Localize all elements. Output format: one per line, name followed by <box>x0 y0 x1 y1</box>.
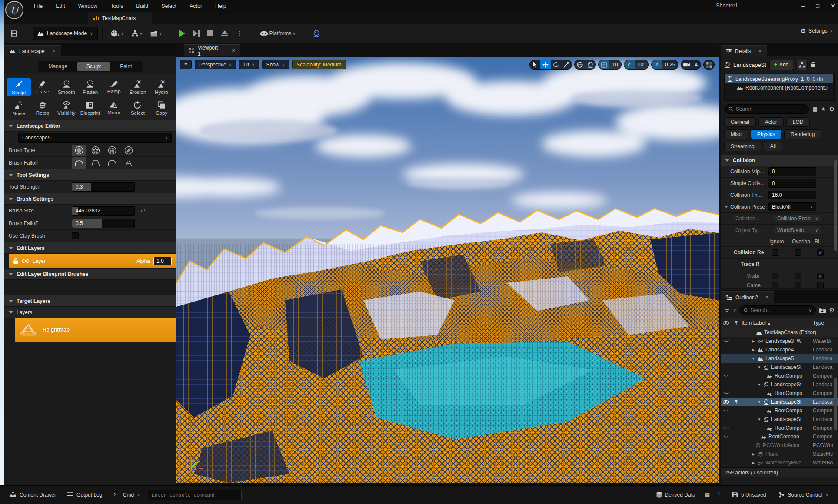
outliner-scrollbar[interactable] <box>834 378 837 430</box>
unsaved-button[interactable]: 5 Unsaved <box>728 489 769 501</box>
camera-speed-value[interactable]: 4 <box>692 62 701 68</box>
landscape-panel-tab[interactable]: Landscape ✕ <box>4 45 61 56</box>
section-layers[interactable]: Layers <box>4 307 176 318</box>
filter-icon[interactable] <box>724 308 730 313</box>
add-actor-button[interactable]: +∨ <box>111 29 124 38</box>
close-button[interactable]: ✕ <box>831 3 835 9</box>
menu-tools[interactable]: Tools <box>110 3 123 9</box>
close-icon[interactable]: ✕ <box>52 48 56 54</box>
block-checkbox[interactable]: ✓ <box>817 249 824 256</box>
viewport-options-menu[interactable]: ≡ <box>180 60 192 69</box>
pin-column-icon[interactable] <box>731 320 742 325</box>
outliner-row[interactable]: PCGWorldActor PCGWor <box>721 441 838 450</box>
rotation-snap-value[interactable]: 10° <box>635 62 648 68</box>
tool-blueprint[interactable]: Blueprint <box>78 99 102 117</box>
section-brush-settings[interactable]: Brush Settings <box>4 193 176 205</box>
scale-tool-icon[interactable] <box>561 60 572 70</box>
collision-enabled-dropdown[interactable]: Collision Enabl∨ <box>774 214 821 223</box>
menu-build[interactable]: Build <box>136 3 148 9</box>
falloff-linear[interactable] <box>88 157 103 169</box>
tool-flatten[interactable]: Flatten <box>78 78 102 96</box>
outliner-row[interactable]: ▶Landscape4 Landsca <box>721 345 838 354</box>
filter-all[interactable]: All <box>764 142 782 151</box>
heightmap-layer-row[interactable]: Heightmap <box>15 318 176 342</box>
display-options-icon[interactable]: ▦ <box>812 106 817 112</box>
viewport-canvas[interactable]: ≡ Perspective∨ Lit∨ Show∨ Scalability: M… <box>176 57 719 483</box>
tab-manage[interactable]: Manage <box>39 62 76 71</box>
filter-lod[interactable]: LOD <box>786 117 810 127</box>
tool-smooth[interactable]: Smooth <box>54 78 78 96</box>
collision-preset-dropdown[interactable]: BlockAll∨ <box>768 202 816 211</box>
maximize-button[interactable]: □ <box>816 3 819 9</box>
camera-speed-icon[interactable] <box>681 60 692 70</box>
brush-alpha[interactable] <box>88 145 103 156</box>
ignore-checkbox[interactable] <box>772 282 778 288</box>
grid-snap-value[interactable]: 10 <box>609 62 621 68</box>
scalability-chip[interactable]: Scalability: Medium <box>292 60 346 69</box>
section-edit-layer-bp-brushes[interactable]: Edit Layer Blueprint Brushes <box>4 269 176 280</box>
section-edit-layers[interactable]: Edit Layers <box>4 242 176 254</box>
eye-icon[interactable] <box>723 400 729 404</box>
outliner-row[interactable]: RootCompo Compon <box>721 371 838 380</box>
minimize-button[interactable]: – <box>801 3 805 9</box>
lock-open-icon[interactable] <box>13 258 19 264</box>
overlap-checkbox[interactable] <box>795 249 801 256</box>
outliner-row[interactable]: RootCompo Compon <box>721 389 838 398</box>
overlap-checkbox[interactable] <box>795 282 801 288</box>
skip-button[interactable] <box>193 30 200 37</box>
object-type-dropdown[interactable]: WorldStatic∨ <box>774 226 821 235</box>
outliner-search[interactable]: ∨ <box>739 305 816 315</box>
scale-snap-icon[interactable]: ↗ <box>652 60 662 70</box>
outliner-search-input[interactable] <box>750 307 806 313</box>
eject-button[interactable] <box>221 30 228 36</box>
tab-sculpt[interactable]: Sculpt <box>77 62 110 71</box>
filter-streaming[interactable]: Streaming <box>724 142 761 151</box>
console-command-box[interactable] <box>148 490 242 500</box>
component-tree-row[interactable]: RootComponent (RootComponent0 <box>725 83 833 92</box>
menu-file[interactable]: File <box>34 3 43 9</box>
favorites-star-icon[interactable]: ★ <box>821 106 826 112</box>
section-collision[interactable]: Collision <box>721 155 838 166</box>
select-tool-icon[interactable] <box>530 60 540 70</box>
eye-closed-icon[interactable] <box>723 375 729 378</box>
menu-window[interactable]: Window <box>78 3 97 9</box>
landscape-dropdown[interactable]: Landscape5∨ <box>18 133 172 143</box>
tool-copy[interactable]: Copy <box>150 99 173 117</box>
show-dropdown[interactable]: Show∨ <box>262 60 289 69</box>
eye-column-icon[interactable] <box>721 321 731 325</box>
tool-erase[interactable]: Erase <box>31 78 55 96</box>
tool-select[interactable]: Select <box>126 99 150 117</box>
tool-hydro[interactable]: Hydro <box>150 78 173 96</box>
scale-snap-value[interactable]: 0.25 <box>662 62 678 68</box>
tool-visibility[interactable]: Visibility <box>54 99 78 117</box>
play-button[interactable] <box>179 30 185 37</box>
outliner-row[interactable]: ▼LandscapeSt Landsca <box>721 415 838 424</box>
eye-closed-icon[interactable] <box>723 435 729 438</box>
details-settings-gear-icon[interactable]: ⚙ <box>829 106 835 113</box>
tab-paint[interactable]: Paint <box>110 62 141 71</box>
grid-snap-icon[interactable] <box>599 60 609 70</box>
tool-strength-slider[interactable]: 0.3 <box>72 182 135 192</box>
level-tab[interactable]: TestMapChars <box>88 12 152 24</box>
block-checkbox[interactable]: ✓ <box>817 273 824 279</box>
tool-noise[interactable]: Noise <box>7 99 31 117</box>
outliner-row[interactable]: RootCompo Compon <box>721 424 838 432</box>
section-tool-settings[interactable]: Tool Settings <box>4 169 176 181</box>
close-icon[interactable]: ✕ <box>232 48 236 53</box>
overlap-checkbox[interactable] <box>795 273 801 279</box>
tool-retop[interactable]: Retop <box>31 99 55 117</box>
perspective-dropdown[interactable]: Perspective∨ <box>195 60 236 69</box>
add-component-button[interactable]: +Add <box>769 60 793 70</box>
eye-closed-icon[interactable] <box>723 392 729 395</box>
falloff-tip[interactable] <box>121 157 136 169</box>
new-folder-icon[interactable] <box>819 308 826 313</box>
filter-physics[interactable]: Physics <box>751 129 781 139</box>
tool-sculpt[interactable]: Sculpt <box>7 78 31 96</box>
rotation-snap-icon[interactable]: ∠ <box>624 60 635 70</box>
filter-rendering[interactable]: Rendering <box>784 129 821 139</box>
eye-closed-icon[interactable] <box>723 409 729 412</box>
brush-size-slider[interactable]: 445.02832 <box>72 206 135 216</box>
viewport-tab[interactable]: Viewport 1 ✕ <box>184 44 240 56</box>
falloff-sphere[interactable] <box>105 157 120 169</box>
lit-dropdown[interactable]: Lit∨ <box>239 60 259 69</box>
